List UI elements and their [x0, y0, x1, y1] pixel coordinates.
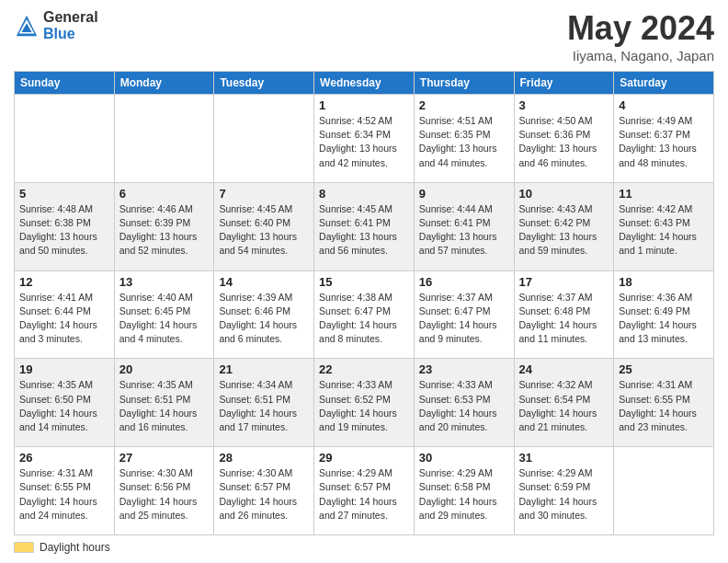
day-info: Sunrise: 4:49 AM Sunset: 6:37 PM Dayligh… — [619, 114, 709, 170]
day-info: Sunrise: 4:29 AM Sunset: 6:59 PM Dayligh… — [519, 466, 609, 523]
day-number: 15 — [319, 275, 409, 289]
day-number: 10 — [519, 187, 609, 201]
logo-text: General Blue — [43, 9, 98, 42]
day-info: Sunrise: 4:34 AM Sunset: 6:51 PM Dayligh… — [219, 378, 309, 434]
day-info: Sunrise: 4:48 AM Sunset: 6:38 PM Dayligh… — [19, 202, 109, 259]
day-info: Sunrise: 4:44 AM Sunset: 6:41 PM Dayligh… — [419, 202, 509, 259]
calendar-week-row: 1Sunrise: 4:52 AM Sunset: 6:34 PM Daylig… — [15, 95, 714, 183]
day-info: Sunrise: 4:45 AM Sunset: 6:41 PM Dayligh… — [319, 202, 409, 259]
table-row: 7Sunrise: 4:45 AM Sunset: 6:40 PM Daylig… — [214, 182, 314, 270]
table-row: 8Sunrise: 4:45 AM Sunset: 6:41 PM Daylig… — [314, 182, 415, 270]
calendar-week-row: 26Sunrise: 4:31 AM Sunset: 6:55 PM Dayli… — [15, 447, 714, 535]
table-row: 28Sunrise: 4:30 AM Sunset: 6:57 PM Dayli… — [214, 447, 314, 535]
day-number: 23 — [419, 362, 509, 376]
day-number: 25 — [619, 362, 709, 376]
day-number: 24 — [519, 362, 609, 376]
day-number: 20 — [119, 362, 210, 376]
day-number: 28 — [219, 451, 309, 465]
col-sunday: Sunday — [15, 72, 115, 95]
table-row: 17Sunrise: 4:37 AM Sunset: 6:48 PM Dayli… — [514, 270, 614, 359]
table-row: 11Sunrise: 4:42 AM Sunset: 6:43 PM Dayli… — [614, 182, 714, 270]
day-info: Sunrise: 4:35 AM Sunset: 6:50 PM Dayligh… — [19, 378, 109, 434]
day-number: 8 — [319, 187, 409, 201]
day-number: 6 — [119, 187, 210, 201]
table-row: 21Sunrise: 4:34 AM Sunset: 6:51 PM Dayli… — [214, 359, 314, 447]
table-row — [114, 95, 214, 183]
col-friday: Friday — [514, 72, 614, 95]
calendar-week-row: 5Sunrise: 4:48 AM Sunset: 6:38 PM Daylig… — [15, 182, 714, 270]
day-number: 5 — [19, 187, 109, 201]
table-row: 22Sunrise: 4:33 AM Sunset: 6:52 PM Dayli… — [314, 359, 415, 447]
table-row: 20Sunrise: 4:35 AM Sunset: 6:51 PM Dayli… — [114, 359, 214, 447]
day-number: 21 — [219, 362, 309, 376]
day-info: Sunrise: 4:33 AM Sunset: 6:53 PM Dayligh… — [419, 378, 509, 434]
logo-icon — [14, 13, 40, 39]
day-number: 22 — [319, 362, 409, 376]
day-info: Sunrise: 4:29 AM Sunset: 6:58 PM Dayligh… — [419, 466, 509, 523]
logo: General Blue — [14, 9, 98, 42]
calendar-header-row: Sunday Monday Tuesday Wednesday Thursday… — [15, 72, 714, 95]
title-block: May 2024 Iiyama, Nagano, Japan — [567, 9, 714, 63]
day-number: 2 — [419, 98, 509, 112]
day-info: Sunrise: 4:38 AM Sunset: 6:47 PM Dayligh… — [319, 291, 409, 347]
location-subtitle: Iiyama, Nagano, Japan — [567, 48, 714, 63]
table-row: 9Sunrise: 4:44 AM Sunset: 6:41 PM Daylig… — [414, 182, 514, 270]
day-number: 30 — [419, 451, 509, 465]
day-number: 1 — [319, 98, 409, 112]
day-number: 27 — [119, 451, 210, 465]
day-number: 3 — [519, 98, 609, 112]
day-info: Sunrise: 4:40 AM Sunset: 6:45 PM Dayligh… — [119, 291, 210, 347]
table-row: 3Sunrise: 4:50 AM Sunset: 6:36 PM Daylig… — [514, 95, 614, 183]
table-row: 1Sunrise: 4:52 AM Sunset: 6:34 PM Daylig… — [314, 95, 415, 183]
day-info: Sunrise: 4:35 AM Sunset: 6:51 PM Dayligh… — [119, 378, 210, 434]
day-number: 4 — [619, 98, 709, 112]
day-info: Sunrise: 4:43 AM Sunset: 6:42 PM Dayligh… — [519, 202, 609, 259]
day-info: Sunrise: 4:37 AM Sunset: 6:48 PM Dayligh… — [519, 291, 609, 347]
daylight-label: Daylight hours — [40, 541, 110, 554]
day-number: 9 — [419, 187, 509, 201]
table-row: 25Sunrise: 4:31 AM Sunset: 6:55 PM Dayli… — [614, 359, 714, 447]
col-wednesday: Wednesday — [314, 72, 415, 95]
table-row: 23Sunrise: 4:33 AM Sunset: 6:53 PM Dayli… — [414, 359, 514, 447]
table-row: 16Sunrise: 4:37 AM Sunset: 6:47 PM Dayli… — [414, 270, 514, 359]
day-info: Sunrise: 4:29 AM Sunset: 6:57 PM Dayligh… — [319, 466, 409, 523]
footer: Daylight hours — [14, 541, 714, 554]
table-row: 26Sunrise: 4:31 AM Sunset: 6:55 PM Dayli… — [15, 447, 115, 535]
day-number: 18 — [619, 275, 709, 289]
day-info: Sunrise: 4:45 AM Sunset: 6:40 PM Dayligh… — [219, 202, 309, 259]
day-info: Sunrise: 4:46 AM Sunset: 6:39 PM Dayligh… — [119, 202, 210, 259]
table-row: 2Sunrise: 4:51 AM Sunset: 6:35 PM Daylig… — [414, 95, 514, 183]
table-row: 14Sunrise: 4:39 AM Sunset: 6:46 PM Dayli… — [214, 270, 314, 359]
table-row: 29Sunrise: 4:29 AM Sunset: 6:57 PM Dayli… — [314, 447, 415, 535]
day-info: Sunrise: 4:31 AM Sunset: 6:55 PM Dayligh… — [619, 378, 709, 434]
day-number: 16 — [419, 275, 509, 289]
table-row: 13Sunrise: 4:40 AM Sunset: 6:45 PM Dayli… — [114, 270, 214, 359]
day-number: 7 — [219, 187, 309, 201]
day-number: 19 — [19, 362, 109, 376]
table-row: 24Sunrise: 4:32 AM Sunset: 6:54 PM Dayli… — [514, 359, 614, 447]
table-row: 6Sunrise: 4:46 AM Sunset: 6:39 PM Daylig… — [114, 182, 214, 270]
day-info: Sunrise: 4:32 AM Sunset: 6:54 PM Dayligh… — [519, 378, 609, 434]
table-row: 27Sunrise: 4:30 AM Sunset: 6:56 PM Dayli… — [114, 447, 214, 535]
day-info: Sunrise: 4:41 AM Sunset: 6:44 PM Dayligh… — [19, 291, 109, 347]
calendar-week-row: 12Sunrise: 4:41 AM Sunset: 6:44 PM Dayli… — [15, 270, 714, 359]
day-info: Sunrise: 4:36 AM Sunset: 6:49 PM Dayligh… — [619, 291, 709, 347]
daylight-swatch — [14, 542, 34, 553]
table-row: 31Sunrise: 4:29 AM Sunset: 6:59 PM Dayli… — [514, 447, 614, 535]
day-info: Sunrise: 4:52 AM Sunset: 6:34 PM Dayligh… — [319, 114, 409, 170]
day-info: Sunrise: 4:51 AM Sunset: 6:35 PM Dayligh… — [419, 114, 509, 170]
day-info: Sunrise: 4:33 AM Sunset: 6:52 PM Dayligh… — [319, 378, 409, 434]
table-row: 5Sunrise: 4:48 AM Sunset: 6:38 PM Daylig… — [15, 182, 115, 270]
table-row — [15, 95, 115, 183]
table-row: 19Sunrise: 4:35 AM Sunset: 6:50 PM Dayli… — [15, 359, 115, 447]
table-row: 10Sunrise: 4:43 AM Sunset: 6:42 PM Dayli… — [514, 182, 614, 270]
table-row: 30Sunrise: 4:29 AM Sunset: 6:58 PM Dayli… — [414, 447, 514, 535]
day-info: Sunrise: 4:39 AM Sunset: 6:46 PM Dayligh… — [219, 291, 309, 347]
day-info: Sunrise: 4:37 AM Sunset: 6:47 PM Dayligh… — [419, 291, 509, 347]
table-row: 18Sunrise: 4:36 AM Sunset: 6:49 PM Dayli… — [614, 270, 714, 359]
day-info: Sunrise: 4:30 AM Sunset: 6:56 PM Dayligh… — [119, 466, 210, 523]
col-monday: Monday — [114, 72, 214, 95]
day-info: Sunrise: 4:31 AM Sunset: 6:55 PM Dayligh… — [19, 466, 109, 523]
col-thursday: Thursday — [414, 72, 514, 95]
page: General Blue May 2024 Iiyama, Nagano, Ja… — [0, 0, 728, 563]
